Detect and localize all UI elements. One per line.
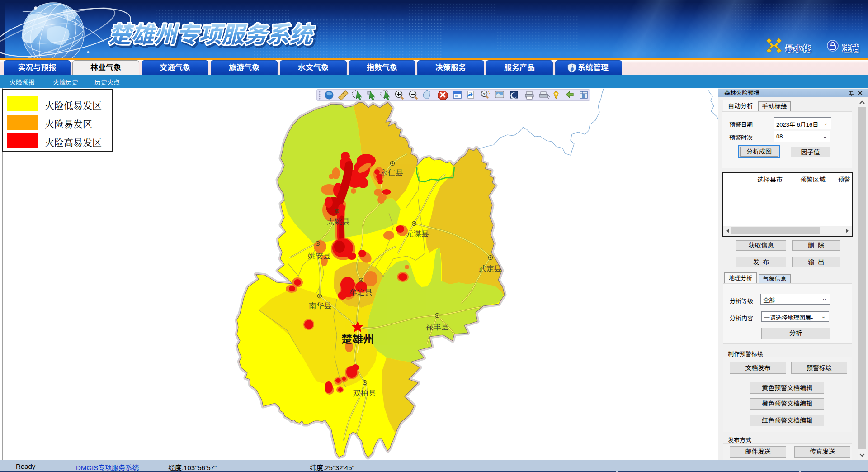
svg-text:?: ? xyxy=(483,92,486,96)
svg-text:元谋县: 元谋县 xyxy=(406,230,429,238)
svg-text:武定县: 武定县 xyxy=(479,265,502,273)
svg-text:双柏县: 双柏县 xyxy=(353,389,376,398)
svg-text:楚雄州: 楚雄州 xyxy=(341,333,374,345)
svg-text:南华县: 南华县 xyxy=(309,302,332,310)
svg-text:牟定县: 牟定县 xyxy=(349,288,373,297)
svg-text:姚安县: 姚安县 xyxy=(308,252,331,261)
svg-text:禄丰县: 禄丰县 xyxy=(426,323,449,332)
svg-text:大姚县: 大姚县 xyxy=(327,218,350,226)
svg-text:永仁县: 永仁县 xyxy=(380,169,403,177)
svg-text:楚雄州专项服务系统: 楚雄州专项服务系统 xyxy=(108,22,315,48)
